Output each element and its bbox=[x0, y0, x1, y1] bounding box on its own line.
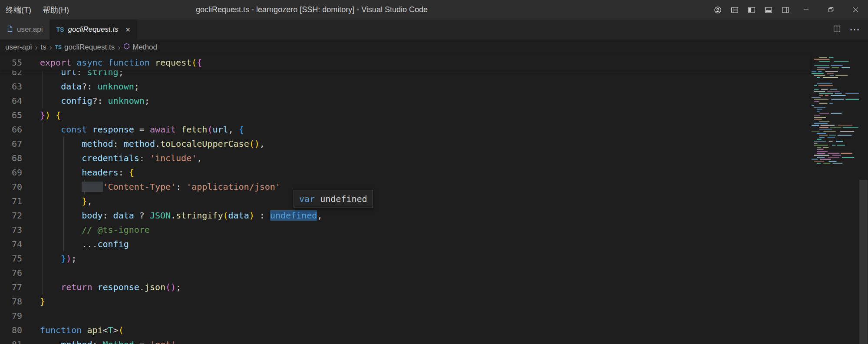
code-line[interactable]: 79 bbox=[0, 309, 810, 323]
code-line[interactable]: 72 body: data ? JSON.stringify(data) : u… bbox=[0, 208, 810, 223]
line-number[interactable]: 74 bbox=[0, 237, 22, 251]
code-token: method bbox=[61, 339, 92, 344]
code-token: , bbox=[260, 139, 265, 149]
editor[interactable]: 62 url: string;63 data?: unknown;64 conf… bbox=[0, 55, 810, 344]
code-token: : bbox=[176, 182, 186, 192]
code-line[interactable]: 77 return response.json(); bbox=[0, 280, 810, 294]
line-number[interactable]: 71 bbox=[0, 194, 22, 208]
code-line[interactable]: 67 method: method.toLocaleUpperCase(), bbox=[0, 137, 810, 151]
minimize-button[interactable] bbox=[794, 0, 818, 20]
code-token: , bbox=[228, 124, 239, 135]
code-token: , bbox=[317, 210, 322, 221]
code-token: ( bbox=[223, 210, 228, 221]
code-token: { bbox=[129, 167, 134, 178]
code-token: : bbox=[92, 339, 102, 344]
line-number[interactable]: 78 bbox=[0, 294, 22, 309]
code-token: data bbox=[113, 210, 134, 221]
line-number[interactable]: 72 bbox=[0, 208, 22, 223]
sticky-code-text: export async function request({ bbox=[22, 55, 202, 70]
code-line[interactable]: 78} bbox=[0, 294, 810, 309]
line-number[interactable]: 75 bbox=[0, 251, 22, 266]
code-line[interactable]: 81 method: Method = 'get', bbox=[0, 337, 810, 344]
code-line[interactable]: 70 'Content-Type': 'application/json' bbox=[0, 180, 810, 194]
code-token bbox=[40, 139, 82, 149]
code-token: method bbox=[82, 139, 113, 149]
restore-button[interactable] bbox=[818, 0, 843, 20]
line-number[interactable]: 67 bbox=[0, 137, 22, 151]
code-text: method: Method = 'get', bbox=[22, 337, 181, 344]
line-number[interactable]: 81 bbox=[0, 337, 22, 344]
code-line[interactable]: 66 const response = await fetch(url, { bbox=[0, 122, 810, 137]
code-line[interactable]: 80function api<T>( bbox=[0, 323, 810, 337]
line-number[interactable]: 79 bbox=[0, 309, 22, 323]
line-number[interactable]: 68 bbox=[0, 151, 22, 165]
account-icon[interactable] bbox=[709, 0, 726, 20]
code-line[interactable]: 68 credentials: 'include', bbox=[0, 151, 810, 165]
code-line[interactable]: 69 headers: { bbox=[0, 165, 810, 180]
code-token bbox=[82, 182, 102, 192]
code-token: await bbox=[150, 124, 176, 135]
code-token: ( bbox=[191, 57, 197, 68]
breadcrumb-item-file[interactable]: TS gocliRequest.ts bbox=[55, 43, 115, 52]
code-line[interactable]: 73 // @ts-ignore bbox=[0, 223, 810, 237]
tab-goclirequest[interactable]: TS gocliRequest.ts × bbox=[50, 20, 138, 40]
menu-help[interactable]: 帮助(H) bbox=[37, 0, 75, 20]
code-lines: 62 url: string;63 data?: unknown;64 conf… bbox=[0, 65, 810, 344]
vertical-scrollbar[interactable] bbox=[859, 55, 868, 344]
minimap-canvas[interactable] bbox=[810, 55, 859, 344]
code-token: , bbox=[87, 196, 92, 206]
breadcrumb-item-symbol[interactable]: Method bbox=[123, 43, 157, 52]
code-token: ... bbox=[82, 239, 97, 249]
scrollbar-thumb[interactable] bbox=[859, 180, 868, 344]
menu-terminal[interactable]: 终端(T) bbox=[0, 0, 37, 20]
code-token: { bbox=[239, 124, 244, 135]
line-number[interactable]: 64 bbox=[0, 94, 22, 108]
tab-bar: user.api TS gocliRequest.ts × ⋯ bbox=[0, 20, 868, 40]
line-number[interactable]: 77 bbox=[0, 280, 22, 294]
line-number[interactable]: 73 bbox=[0, 223, 22, 237]
code-text: headers: { bbox=[22, 165, 134, 180]
sticky-scroll-line[interactable]: 55 export async function request({ bbox=[0, 55, 810, 70]
more-actions-icon[interactable]: ⋯ bbox=[849, 27, 860, 32]
customize-layout-icon[interactable] bbox=[726, 0, 743, 20]
code-token: export bbox=[40, 57, 71, 68]
tab-user-api[interactable]: user.api bbox=[0, 20, 50, 40]
code-token: response bbox=[92, 124, 134, 135]
code-line[interactable]: 63 data?: unknown; bbox=[0, 79, 810, 94]
breadcrumb-item-folder[interactable]: user-api bbox=[5, 43, 32, 52]
code-token: ) bbox=[45, 110, 50, 120]
breadcrumb-item-ts[interactable]: ts bbox=[40, 43, 46, 52]
line-number[interactable]: 66 bbox=[0, 122, 22, 137]
line-number[interactable]: 63 bbox=[0, 79, 22, 94]
toggle-panel-icon[interactable] bbox=[760, 0, 777, 20]
code-token: . bbox=[155, 139, 160, 149]
code-token: ; bbox=[134, 81, 139, 92]
titlebar-actions bbox=[709, 0, 868, 20]
code-line[interactable]: 71 }, bbox=[0, 194, 810, 208]
indent-guide bbox=[63, 137, 64, 251]
code-line[interactable]: 74 ...config bbox=[0, 237, 810, 251]
code-token: { bbox=[56, 110, 61, 120]
close-window-icon[interactable] bbox=[843, 0, 868, 20]
line-number[interactable]: 76 bbox=[0, 266, 22, 280]
code-line[interactable]: 75 }); bbox=[0, 251, 810, 266]
typescript-icon: TS bbox=[55, 44, 62, 50]
code-token bbox=[92, 282, 97, 292]
code-line[interactable]: 65}) { bbox=[0, 108, 810, 122]
code-line[interactable]: 64 config?: unknown; bbox=[0, 94, 810, 108]
close-tab-icon[interactable]: × bbox=[125, 25, 131, 34]
code-token: , bbox=[197, 153, 202, 163]
split-editor-icon[interactable] bbox=[833, 25, 841, 34]
toggle-sidebar-left-icon[interactable] bbox=[743, 0, 760, 20]
code-token: 'application/json' bbox=[186, 182, 281, 192]
line-number[interactable]: 80 bbox=[0, 323, 22, 337]
code-token: async bbox=[76, 57, 102, 68]
code-line[interactable]: 76 bbox=[0, 266, 810, 280]
line-number[interactable]: 70 bbox=[0, 180, 22, 194]
code-token: ( bbox=[207, 124, 212, 135]
toggle-sidebar-right-icon[interactable] bbox=[777, 0, 794, 20]
code-token: : bbox=[103, 210, 113, 221]
line-number[interactable]: 69 bbox=[0, 165, 22, 180]
line-number[interactable]: 65 bbox=[0, 108, 22, 122]
minimap[interactable] bbox=[810, 55, 859, 344]
